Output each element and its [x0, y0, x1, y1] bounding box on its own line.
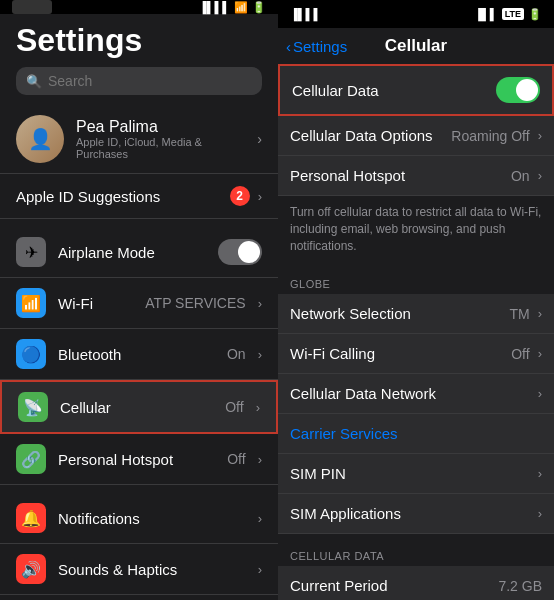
- right-signal-icons: ▐▌▌▌: [290, 8, 321, 20]
- sounds-chevron-icon: ›: [258, 562, 262, 577]
- right-wifi-signal-icon: ▐▌▌: [474, 8, 497, 20]
- sim-pin-chevron-icon: ›: [538, 466, 542, 481]
- sim-applications-label: SIM Applications: [290, 505, 530, 522]
- bluetooth-label: Bluetooth: [58, 346, 215, 363]
- sidebar-item-notifications[interactable]: 🔔 Notifications ›: [0, 493, 278, 544]
- hotspot-chevron-icon: ›: [258, 452, 262, 467]
- hotspot-label: Personal Hotspot: [58, 451, 215, 468]
- cellular-value: Off: [225, 399, 243, 415]
- cellular-data-network-chevron-icon: ›: [538, 386, 542, 401]
- cellular-data-toggle[interactable]: [496, 77, 540, 103]
- bluetooth-icon: 🔵: [16, 339, 46, 369]
- user-subtitle: Apple ID, iCloud, Media & Purchases: [76, 136, 245, 160]
- apple-id-suggestion-label: Apple ID Suggestions: [16, 188, 160, 205]
- sidebar-item-sounds[interactable]: 🔊 Sounds & Haptics ›: [0, 544, 278, 595]
- status-icons: ▐▌▌▌ 📶 🔋: [199, 1, 266, 14]
- apple-id-chevron-icon: ›: [258, 189, 262, 204]
- wifi-icon: 📶: [234, 1, 248, 14]
- sim-pin-label: SIM PIN: [290, 465, 530, 482]
- sidebar-item-personal-hotspot[interactable]: 🔗 Personal Hotspot Off ›: [0, 434, 278, 485]
- battery-icon: 🔋: [252, 1, 266, 14]
- right-battery-icon: 🔋: [528, 8, 542, 21]
- settings-title: Settings: [0, 14, 278, 67]
- wifi-icon: 📶: [16, 288, 46, 318]
- current-period-value: 7.2 GB: [498, 578, 542, 594]
- personal-hotspot-chevron-icon: ›: [538, 168, 542, 183]
- notifications-chevron-icon: ›: [258, 511, 262, 526]
- wifi-calling-chevron-icon: ›: [538, 346, 542, 361]
- lte-badge: LTE: [502, 8, 524, 20]
- cellular-data-options-label: Cellular Data Options: [290, 127, 443, 144]
- apple-id-badge: 2: [230, 186, 250, 206]
- user-row[interactable]: 👤 Pea Palima Apple ID, iCloud, Media & P…: [0, 105, 278, 174]
- search-input[interactable]: [48, 73, 252, 89]
- wifi-calling-row[interactable]: Wi-Fi Calling Off ›: [278, 334, 554, 374]
- back-chevron-icon: ‹: [286, 38, 291, 55]
- sim-applications-row[interactable]: SIM Applications ›: [278, 494, 554, 534]
- user-info: Pea Palima Apple ID, iCloud, Media & Pur…: [76, 118, 245, 160]
- cellular-data-network-row[interactable]: Cellular Data Network ›: [278, 374, 554, 414]
- search-bar[interactable]: 🔍: [16, 67, 262, 95]
- network-selection-label: Network Selection: [290, 305, 501, 322]
- right-signal-icon: ▐▌▌▌: [290, 8, 321, 20]
- sounds-icon: 🔊: [16, 554, 46, 584]
- cellular-data-options-value: Roaming Off: [451, 128, 529, 144]
- sidebar-item-dnd[interactable]: 🌙 Do Not Disturb ›: [0, 595, 278, 600]
- personal-hotspot-label: Personal Hotspot: [290, 167, 503, 184]
- avatar: 👤: [16, 115, 64, 163]
- hotspot-icon: 🔗: [16, 444, 46, 474]
- user-name: Pea Palima: [76, 118, 245, 136]
- apple-id-suggestion-row[interactable]: Apple ID Suggestions 2 ›: [0, 174, 278, 219]
- back-button[interactable]: ‹ Settings: [286, 38, 347, 55]
- time-display: [12, 0, 52, 14]
- wifi-calling-value: Off: [511, 346, 529, 362]
- left-panel: ▐▌▌▌ 📶 🔋 Settings 🔍 👤 Pea Palima Apple I…: [0, 0, 278, 600]
- sim-applications-chevron-icon: ›: [538, 506, 542, 521]
- back-label: Settings: [293, 38, 347, 55]
- carrier-services-row[interactable]: Carrier Services: [278, 414, 554, 454]
- network-selection-row[interactable]: Network Selection TM ›: [278, 294, 554, 334]
- bluetooth-value: On: [227, 346, 246, 362]
- hotspot-value: Off: [227, 451, 245, 467]
- right-battery-icons: ▐▌▌ LTE 🔋: [474, 8, 542, 21]
- airplane-mode-toggle[interactable]: [218, 239, 262, 265]
- network-selection-value: TM: [509, 306, 529, 322]
- globe-section-header: GLOBE: [278, 262, 554, 294]
- cellular-label: Cellular: [60, 399, 213, 416]
- right-content: Cellular Data Cellular Data Options Roam…: [278, 64, 554, 600]
- airplane-mode-icon: ✈: [16, 237, 46, 267]
- wifi-calling-label: Wi-Fi Calling: [290, 345, 503, 362]
- sidebar-item-wifi[interactable]: 📶 Wi-Fi ATP SERVICES ›: [0, 278, 278, 329]
- search-icon: 🔍: [26, 74, 42, 89]
- wifi-label: Wi-Fi: [58, 295, 133, 312]
- network-selection-chevron-icon: ›: [538, 306, 542, 321]
- settings-group-bottom: 🔔 Notifications › 🔊 Sounds & Haptics › 🌙…: [0, 493, 278, 600]
- current-period-label: Current Period: [290, 577, 490, 594]
- left-status-bar: ▐▌▌▌ 📶 🔋: [0, 0, 278, 14]
- cellular-chevron-icon: ›: [256, 400, 260, 415]
- bluetooth-chevron-icon: ›: [258, 347, 262, 362]
- personal-hotspot-row[interactable]: Personal Hotspot On ›: [278, 156, 554, 196]
- right-panel: ▐▌▌▌ ▐▌▌ LTE 🔋 ‹ Settings Cellular Cellu…: [278, 0, 554, 600]
- personal-hotspot-value: On: [511, 168, 530, 184]
- current-period-row: Current Period 7.2 GB: [278, 566, 554, 600]
- user-chevron-icon: ›: [257, 131, 262, 147]
- sidebar-item-airplane-mode[interactable]: ✈ Airplane Mode: [0, 227, 278, 278]
- wifi-value: ATP SERVICES: [145, 295, 245, 311]
- page-title: Cellular: [385, 36, 447, 56]
- notifications-icon: 🔔: [16, 503, 46, 533]
- sim-pin-row[interactable]: SIM PIN ›: [278, 454, 554, 494]
- sidebar-item-bluetooth[interactable]: 🔵 Bluetooth On ›: [0, 329, 278, 380]
- cellular-data-row[interactable]: Cellular Data: [278, 64, 554, 116]
- apple-id-row-right: 2 ›: [230, 186, 262, 206]
- cellular-data-options-row[interactable]: Cellular Data Options Roaming Off ›: [278, 116, 554, 156]
- notifications-label: Notifications: [58, 510, 246, 527]
- cellular-data-label: Cellular Data: [292, 82, 488, 99]
- carrier-services-label: Carrier Services: [290, 425, 542, 442]
- cellular-icon: 📡: [18, 392, 48, 422]
- cellular-data-section-header: CELLULAR DATA: [278, 534, 554, 566]
- cellular-data-network-label: Cellular Data Network: [290, 385, 530, 402]
- sidebar-item-cellular[interactable]: 📡 Cellular Off ›: [0, 380, 278, 434]
- cellular-data-options-chevron-icon: ›: [538, 128, 542, 143]
- signal-icon: ▐▌▌▌: [199, 1, 230, 13]
